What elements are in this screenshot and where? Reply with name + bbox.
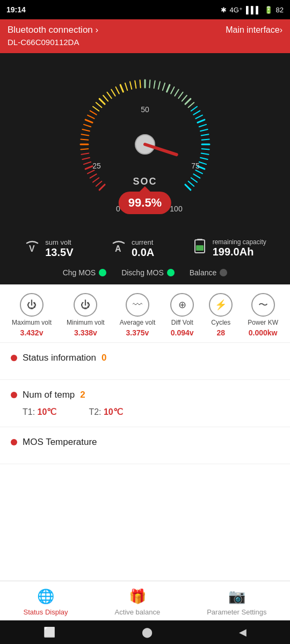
- back-btn[interactable]: ◀: [239, 626, 247, 638]
- svg-line-35: [167, 85, 170, 92]
- avg-volt-icon: 〰: [126, 293, 149, 317]
- sum-volt-value: 13.5V: [45, 246, 73, 259]
- status-info-section: Status information 0: [0, 343, 290, 380]
- svg-line-4: [88, 170, 94, 173]
- svg-rect-72: [196, 245, 204, 251]
- svg-line-38: [178, 92, 183, 98]
- bluetooth-connection-link[interactable]: Bluetooth connection ›: [8, 25, 98, 35]
- status-display-label: Status Display: [24, 608, 68, 616]
- temp-1-value: 10℃: [38, 407, 57, 416]
- min-volt-label: Minimum volt: [67, 319, 105, 326]
- svg-line-0: [99, 185, 105, 190]
- status-time: 19:14: [6, 5, 26, 14]
- svg-line-12: [81, 134, 89, 135]
- status-info-title: Status information 0: [11, 353, 279, 363]
- max-volt-label: Maximum volt: [12, 319, 52, 326]
- android-nav-bar: ⬜ ⬤ ◀: [0, 620, 290, 644]
- temp-dot: [11, 392, 17, 398]
- metric-min-volt: ⏻ Minimum volt 3.338v: [67, 293, 105, 337]
- gauge-value: 99.5%: [119, 192, 171, 214]
- svg-line-24: [116, 87, 119, 93]
- remaining-label: remaining capacity: [213, 238, 266, 246]
- mos-temp-dot: [11, 439, 17, 445]
- diff-volt-label: Diff Volt: [171, 319, 193, 326]
- svg-line-41: [189, 103, 194, 107]
- svg-rect-71: [197, 239, 202, 240]
- diff-volt-value: 0.094v: [171, 328, 194, 337]
- svg-text:100: 100: [170, 204, 183, 213]
- home-btn[interactable]: ⬤: [142, 626, 153, 638]
- svg-line-2: [93, 178, 99, 182]
- svg-line-47: [200, 129, 208, 131]
- balance-mos-led: [220, 269, 227, 276]
- stats-row: V sum volt 13.5V A current 0.0A: [0, 230, 290, 264]
- svg-line-3: [90, 174, 97, 178]
- bottom-nav: 🌐 Status Display 🎁 Active balance 📷 Para…: [0, 581, 290, 620]
- parameter-settings-label: Parameter Settings: [207, 608, 266, 616]
- metric-diff-volt: ⊕ Diff Volt 0.094v: [170, 293, 194, 337]
- metric-cycles: ⚡ Cycles 28: [209, 293, 233, 337]
- remaining-stat: remaining capacity 199.0Ah: [191, 238, 266, 259]
- svg-line-56: [195, 170, 202, 173]
- power-kw-label: Power KW: [248, 319, 278, 326]
- square-btn[interactable]: ⬜: [44, 626, 55, 638]
- svg-line-52: [201, 153, 209, 155]
- min-volt-value: 3.338v: [74, 328, 97, 337]
- bluetooth-icon: ✱: [221, 6, 227, 14]
- max-volt-value: 3.432v: [20, 328, 44, 337]
- svg-line-25: [120, 85, 123, 92]
- nav-item-active-balance[interactable]: 🎁 Active balance: [115, 587, 161, 616]
- header-top: Bluetooth connection › Main interface›: [8, 25, 282, 35]
- svg-line-19: [96, 103, 102, 107]
- svg-text:75: 75: [191, 162, 200, 170]
- svg-line-33: [158, 82, 160, 89]
- svg-line-40: [185, 99, 191, 104]
- svg-line-21: [103, 96, 108, 101]
- nav-item-status-display[interactable]: 🌐 Status Display: [24, 587, 68, 616]
- min-volt-icon: ⏻: [74, 293, 97, 317]
- status-info-count: 0: [102, 353, 106, 363]
- svg-line-58: [191, 178, 197, 182]
- status-bar: 19:14 ✱ 4G⁺ ▌▌▌ 🔋 82: [0, 0, 290, 19]
- soc-label: SOC: [133, 176, 157, 187]
- svg-line-27: [130, 82, 132, 89]
- svg-line-44: [195, 115, 202, 119]
- svg-line-23: [111, 90, 115, 96]
- current-stat: A current 0.0A: [110, 238, 154, 259]
- svg-line-22: [107, 92, 111, 98]
- svg-line-20: [99, 99, 105, 104]
- svg-line-49: [202, 140, 209, 140]
- mos-temp-section: MOS Temperature: [0, 427, 290, 464]
- mos-row: Chg MOS Dischg MOS Balance: [0, 264, 290, 284]
- cycles-icon: ⚡: [209, 293, 233, 317]
- mos-temp-title: MOS Temperature: [11, 437, 279, 448]
- svg-line-45: [198, 120, 205, 122]
- svg-line-14: [84, 125, 91, 127]
- power-kw-value: 0.000kw: [249, 328, 278, 337]
- svg-line-59: [189, 181, 194, 186]
- remaining-value: 199.0Ah: [213, 246, 266, 258]
- svg-text:A: A: [115, 244, 121, 253]
- svg-line-36: [171, 87, 174, 93]
- svg-line-17: [90, 111, 97, 114]
- nav-item-parameter-settings[interactable]: 📷 Parameter Settings: [207, 587, 266, 616]
- svg-line-51: [202, 149, 209, 149]
- current-icon: A: [110, 238, 127, 259]
- metric-max-volt: ⏻ Maximum volt 3.432v: [12, 293, 52, 337]
- device-id: DL-C66C090112DA: [8, 38, 282, 47]
- active-balance-icon: 🎁: [128, 587, 147, 606]
- temp-count: 2: [80, 390, 85, 400]
- metrics-grid: ⏻ Maximum volt 3.432v ⏻ Minimum volt 3.3…: [0, 284, 290, 343]
- sum-volt-label: sum volt: [45, 238, 73, 246]
- power-kw-icon: 〜: [251, 293, 275, 317]
- svg-line-34: [163, 83, 165, 90]
- chg-mos-led: [99, 269, 106, 276]
- cycles-label: Cycles: [211, 319, 230, 326]
- svg-text:V: V: [29, 244, 35, 253]
- signal-bars: ▌▌▌: [246, 6, 261, 14]
- svg-text:25: 25: [92, 162, 101, 170]
- main-interface-link[interactable]: Main interface›: [226, 25, 282, 35]
- gauge-container: // We'll do this in a generated approach…: [64, 64, 226, 225]
- diff-volt-icon: ⊕: [170, 293, 194, 317]
- svg-line-15: [85, 120, 92, 122]
